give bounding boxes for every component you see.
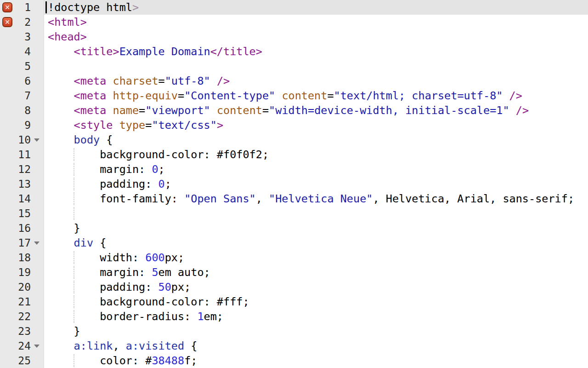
code-content[interactable]: margin: 5em auto; [44, 265, 588, 280]
code-content[interactable]: div { [44, 236, 588, 250]
code-content[interactable]: border-radius: 1em; [44, 309, 588, 324]
code-content[interactable]: } [44, 324, 588, 339]
code-token: 50 [158, 281, 171, 293]
code-content[interactable]: <style type="text/css"> [44, 118, 588, 132]
code-content[interactable]: margin: 0; [44, 162, 588, 177]
code-token [210, 104, 217, 117]
code-line: 4 <title>Example Domain</title> [0, 44, 588, 59]
code-content[interactable]: <meta charset="utf-8" /> [44, 74, 588, 88]
line-number[interactable]: 11 [0, 147, 44, 162]
gutter-cell: 8 [0, 103, 44, 118]
code-content[interactable]: background-color: #f0f0f2; [44, 147, 588, 162]
code-content[interactable]: !doctype html> [44, 0, 588, 15]
error-icon[interactable]: ✕ [2, 17, 12, 27]
error-icon[interactable]: ✕ [2, 2, 12, 12]
line-number[interactable]: 19 [0, 265, 44, 280]
code-token: ; [158, 163, 165, 176]
code-content[interactable]: a:link, a:visited { [44, 339, 588, 353]
line-number[interactable]: 22 [0, 309, 44, 324]
gutter-cell: 7 [0, 88, 44, 103]
code-token: , [113, 339, 125, 352]
code-token: padding: [48, 281, 158, 293]
line-number[interactable]: 20 [0, 280, 44, 294]
line-number[interactable]: 14 [0, 191, 44, 206]
line-number[interactable]: 18 [0, 250, 44, 265]
code-content[interactable]: font-family: "Open Sans", "Helvetica Neu… [44, 191, 588, 206]
code-content[interactable]: padding: 0; [44, 177, 588, 191]
code-content[interactable]: <title>Example Domain</title> [44, 44, 588, 59]
fold-arrow-icon[interactable] [34, 138, 40, 142]
code-line: 25 color: #38488f; [0, 353, 588, 368]
line-number[interactable]: 7 [0, 88, 44, 103]
code-token: 0 [158, 178, 165, 190]
code-token: width: [48, 251, 145, 264]
line-number[interactable]: 6 [0, 74, 44, 88]
code-content[interactable]: <head> [44, 29, 588, 44]
gutter-cell: 5 [0, 59, 44, 74]
code-token: = [139, 104, 145, 117]
code-content[interactable] [44, 59, 588, 74]
gutter-cell: 16 [0, 221, 44, 236]
indent-guide [74, 192, 74, 205]
code-line: ✕1!doctype html> [0, 0, 588, 15]
code-token [106, 89, 113, 102]
code-token: http-equiv [113, 89, 178, 102]
line-number[interactable]: 9 [0, 118, 44, 132]
code-line: 15 [0, 206, 588, 221]
code-line: 14 font-family: "Open Sans", "Helvetica … [0, 191, 588, 206]
code-token: !doctype html [48, 1, 132, 14]
gutter-cell: 15 [0, 206, 44, 221]
code-token: "text/css" [152, 119, 216, 132]
code-content[interactable]: <html> [44, 15, 588, 29]
line-number[interactable]: 8 [0, 103, 44, 118]
indent-guide [74, 310, 74, 323]
line-number[interactable]: 3 [0, 29, 44, 44]
line-number[interactable]: 4 [0, 44, 44, 59]
gutter-cell: 18 [0, 250, 44, 265]
code-token: </title> [210, 45, 262, 58]
line-number[interactable]: 15 [0, 206, 44, 221]
code-content[interactable]: padding: 50px; [44, 280, 588, 294]
line-number[interactable]: 25 [0, 353, 44, 368]
fold-arrow-icon[interactable] [34, 345, 40, 348]
code-token: "viewport" [145, 104, 210, 117]
code-token: f; [184, 354, 197, 367]
gutter-cell: 14 [0, 191, 44, 206]
code-token [113, 119, 119, 132]
code-token [48, 119, 74, 132]
code-token: 5 [152, 266, 158, 279]
code-token: = [145, 119, 152, 132]
code-token: "Helvetica Neue" [269, 192, 373, 205]
code-content[interactable]: body { [44, 132, 588, 147]
code-token: background-color: #f0f0f2; [48, 148, 269, 161]
code-token: "Open Sans" [184, 192, 256, 205]
gutter-cell: 17 [0, 236, 44, 250]
indent-guide [74, 295, 74, 308]
line-number[interactable]: 21 [0, 294, 44, 309]
code-line: 10 body { [0, 132, 588, 147]
code-content[interactable]: color: #38488f; [44, 353, 588, 368]
code-content[interactable] [44, 206, 588, 221]
fold-arrow-icon[interactable] [34, 242, 40, 245]
code-token: "utf-8" [165, 75, 210, 87]
code-line: 9 <style type="text/css"> [0, 118, 588, 132]
code-editor: ✕1!doctype html>✕2<html>3<head>4 <title>… [0, 0, 588, 368]
code-token: <meta [74, 75, 107, 87]
line-number[interactable]: 23 [0, 324, 44, 339]
code-content[interactable]: } [44, 221, 588, 236]
line-number[interactable]: 5 [0, 59, 44, 74]
indent-guide [74, 281, 74, 293]
code-content[interactable]: <meta name="viewport" content="width=dev… [44, 103, 588, 118]
code-token: background-color: #fff; [48, 295, 249, 308]
code-token: px; [165, 251, 184, 264]
line-number[interactable]: 12 [0, 162, 44, 177]
line-number[interactable]: 13 [0, 177, 44, 191]
code-token: > [217, 119, 223, 132]
code-token [48, 133, 74, 146]
gutter-cell: 9 [0, 118, 44, 132]
code-content[interactable]: background-color: #fff; [44, 294, 588, 309]
code-content[interactable]: <meta http-equiv="Content-type" content=… [44, 88, 588, 103]
code-token: type [119, 119, 146, 132]
line-number[interactable]: 16 [0, 221, 44, 236]
code-content[interactable]: width: 600px; [44, 250, 588, 265]
